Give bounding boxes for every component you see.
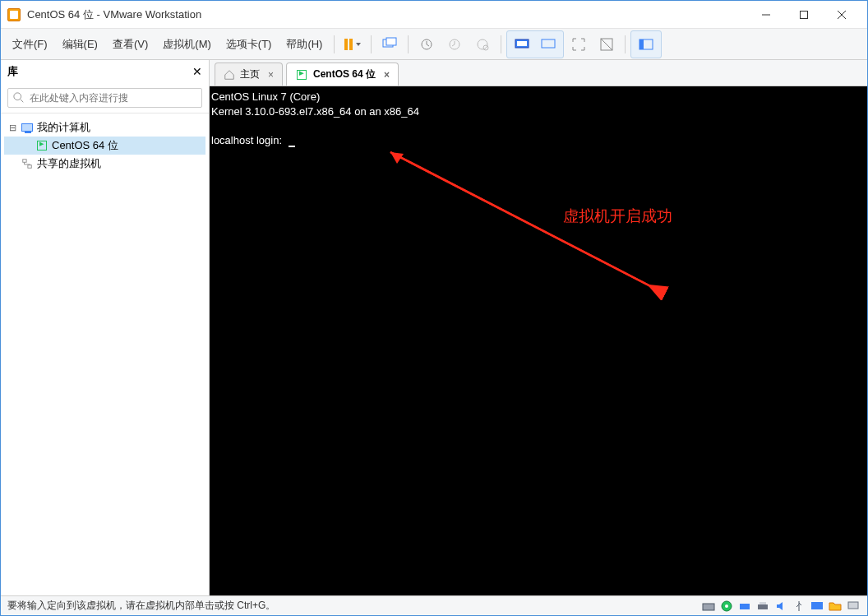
network-icon — [21, 158, 33, 169]
snapshot-revert-button[interactable] — [443, 33, 466, 56]
menu-tabs[interactable]: 选项卡(T) — [219, 34, 279, 55]
snapshot-button[interactable] — [415, 33, 438, 56]
titlebar: CentOS 64 位 - VMware Workstation — [1, 1, 867, 29]
svg-rect-26 — [758, 604, 768, 609]
sidebar-title: 库 — [7, 64, 18, 79]
network-adapter-icon[interactable] — [737, 600, 752, 613]
unity-button[interactable] — [595, 33, 618, 56]
minimize-button[interactable] — [747, 1, 785, 29]
home-icon — [224, 69, 235, 81]
console-line — [211, 118, 866, 133]
pause-button[interactable] — [341, 33, 364, 56]
display-icon[interactable] — [810, 600, 824, 613]
clock-icon — [420, 38, 433, 51]
svg-rect-16 — [639, 39, 644, 49]
message-icon[interactable] — [846, 600, 861, 613]
maximize-button[interactable] — [785, 1, 823, 29]
svg-rect-1 — [801, 11, 808, 18]
view-windowed-button[interactable] — [537, 33, 560, 56]
tree-shared-vms[interactable]: 共享的虚拟机 — [4, 155, 205, 173]
expand-icon — [572, 38, 585, 51]
cd-icon[interactable] — [719, 600, 734, 613]
svg-rect-25 — [740, 604, 750, 609]
monitor-outline-icon — [541, 39, 556, 50]
view-console-button[interactable] — [510, 33, 533, 56]
menu-help[interactable]: 帮助(H) — [279, 34, 329, 55]
svg-rect-20 — [28, 165, 31, 169]
search-input[interactable] — [30, 92, 192, 104]
search-box[interactable] — [7, 88, 202, 108]
tab-label: CentOS 64 位 — [313, 67, 376, 81]
status-text: 要将输入定向到该虚拟机，请在虚拟机内部单击或按 Ctrl+G。 — [7, 599, 275, 613]
chevron-down-icon — [356, 43, 361, 46]
close-button[interactable] — [823, 1, 861, 29]
separator — [408, 35, 409, 53]
send-ctrl-alt-del-button[interactable] — [378, 33, 401, 56]
library-sidebar: 库 ✕ ⊟ 我的计算机 CentOS 64 位 共享的虚拟机 — [1, 60, 210, 595]
screen-icon — [382, 37, 397, 52]
clock-back-icon — [448, 38, 461, 51]
tab-close-icon[interactable]: × — [268, 69, 274, 81]
menubar: 文件(F) 编辑(E) 查看(V) 虚拟机(M) 选项卡(T) 帮助(H) — [1, 29, 867, 60]
menu-view[interactable]: 查看(V) — [106, 34, 155, 55]
library-toggle-button[interactable] — [635, 33, 658, 56]
sidebar-close-button[interactable]: ✕ — [192, 65, 202, 78]
svg-point-24 — [725, 604, 728, 608]
hard-disk-icon[interactable] — [701, 600, 716, 613]
tree-item-centos[interactable]: CentOS 64 位 — [4, 137, 205, 155]
pause-icon — [344, 39, 353, 50]
tree-label: 我的计算机 — [37, 120, 90, 135]
app-icon — [7, 8, 21, 21]
svg-rect-5 — [386, 38, 396, 45]
svg-rect-28 — [811, 602, 823, 609]
folder-icon[interactable] — [828, 600, 843, 613]
usb-icon[interactable] — [792, 600, 806, 613]
search-icon — [13, 92, 25, 104]
clock-gear-icon — [476, 38, 489, 51]
svg-point-17 — [14, 93, 21, 100]
svg-line-18 — [21, 100, 24, 103]
svg-rect-12 — [542, 39, 555, 48]
tab-label: 主页 — [240, 67, 260, 81]
window-title: CentOS 64 位 - VMware Workstation — [27, 7, 747, 22]
vm-console[interactable]: CentOS Linux 7 (Core) Kernel 3.10.0-693.… — [210, 86, 867, 595]
annotation-text: 虚拟机开启成功 — [563, 206, 672, 227]
vm-running-icon — [297, 70, 307, 80]
snapshot-manager-button[interactable] — [471, 33, 494, 56]
separator — [625, 35, 626, 53]
tab-home[interactable]: 主页 × — [215, 63, 283, 86]
tab-close-icon[interactable]: × — [384, 69, 390, 81]
svg-rect-27 — [760, 602, 766, 604]
tree-label: 共享的虚拟机 — [37, 156, 101, 171]
console-line: Kernel 3.10.0-693.el7.x86_64 on an x86_6… — [211, 104, 866, 119]
cursor-icon — [289, 146, 295, 147]
sidebar-icon — [639, 39, 653, 50]
tree-label: CentOS 64 位 — [52, 138, 118, 153]
tab-centos[interactable]: CentOS 64 位 × — [286, 63, 399, 86]
sound-icon[interactable] — [773, 600, 788, 613]
vm-running-icon — [37, 141, 47, 151]
tabstrip: 主页 × CentOS 64 位 × — [210, 60, 867, 86]
separator — [334, 35, 335, 53]
unity-icon — [600, 38, 613, 51]
fullscreen-button[interactable] — [567, 33, 590, 56]
vm-tree: ⊟ 我的计算机 CentOS 64 位 共享的虚拟机 — [1, 113, 209, 595]
tree-root-my-computer[interactable]: ⊟ 我的计算机 — [4, 118, 205, 137]
console-prompt: localhost login: — [211, 133, 866, 148]
menu-edit[interactable]: 编辑(E) — [56, 34, 104, 55]
menu-file[interactable]: 文件(F) — [6, 34, 54, 55]
console-line: CentOS Linux 7 (Core) — [211, 90, 866, 104]
printer-icon[interactable] — [755, 600, 770, 613]
main-area: 主页 × CentOS 64 位 × CentOS Linux 7 (Core)… — [210, 60, 867, 595]
svg-rect-19 — [23, 160, 26, 163]
separator — [371, 35, 372, 53]
separator — [501, 35, 501, 53]
monitor-icon — [515, 39, 529, 50]
svg-line-14 — [601, 39, 612, 50]
device-status-icons — [701, 600, 861, 613]
svg-point-8 — [478, 39, 487, 49]
computer-icon — [21, 123, 33, 132]
menu-vm[interactable]: 虚拟机(M) — [156, 34, 218, 55]
svg-rect-11 — [517, 41, 527, 46]
svg-rect-22 — [703, 604, 714, 610]
